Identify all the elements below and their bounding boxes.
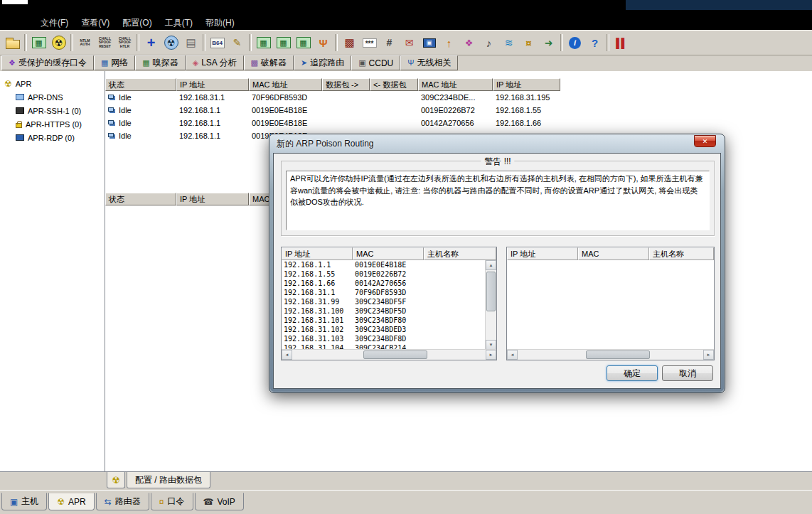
table-row[interactable]: Idle 192.168.31.1 70F96DF8593D 309C234BD… <box>105 91 667 104</box>
antenna-icon[interactable]: Ψ <box>314 33 333 53</box>
add-to-list-icon[interactable]: + <box>141 33 161 53</box>
footer-tab-config-routed-packets[interactable]: 配置 / 路由数据包 <box>127 472 210 488</box>
tab-ccdu[interactable]: ▣CCDU <box>351 55 400 70</box>
column-header-hostname[interactable]: 主机名称 <box>424 247 496 260</box>
apr-blue-icon[interactable]: ☢ <box>161 33 181 53</box>
right-host-list[interactable]: IP 地址 MAC 主机名称 ◄ ► <box>506 247 715 360</box>
list-item[interactable]: 192.168.1.10019E0E4B18E <box>282 260 496 269</box>
list-item[interactable]: 192.168.31.100309C234BDF5D <box>282 306 496 316</box>
cancel-button[interactable]: 取消 <box>662 365 713 381</box>
scroll-down-button[interactable]: ▼ <box>486 340 496 350</box>
columns-icon[interactable]: ▌▌ <box>611 33 631 53</box>
tab-sniffer[interactable]: ▦嗅探器 <box>135 55 185 70</box>
column-header-mac[interactable]: MAC <box>578 247 649 260</box>
dialog-titlebar[interactable]: 新的 ARP Poison Routing ✕ <box>269 134 725 153</box>
bottom-tab-voip[interactable]: ☎VoIP <box>195 493 244 510</box>
remote-desktop-icon[interactable]: ▣ <box>420 33 439 53</box>
help-icon[interactable]: ? <box>585 33 604 53</box>
spoof-note-icon[interactable]: ✎ <box>228 33 247 53</box>
scroll-left-button[interactable]: ◄ <box>282 350 292 360</box>
list-item[interactable]: 192.168.31.101309C234BDF80 <box>282 316 496 325</box>
securid-icon[interactable]: ▩ <box>340 33 359 53</box>
ok-button[interactable]: 确定 <box>607 365 658 381</box>
wireless-scan-icon[interactable]: ≋ <box>499 33 518 53</box>
tab-network[interactable]: ▦网络 <box>94 55 135 70</box>
menu-view[interactable]: 查看(V) <box>75 16 116 31</box>
bottom-tab-apr[interactable]: ☢APR <box>48 493 94 510</box>
bottom-tab-passwords[interactable]: ¤口令 <box>151 493 193 510</box>
tree-item-apr-dns[interactable]: APR-DNS <box>0 90 105 104</box>
bottom-tab-hosts[interactable]: ▣主机 <box>1 493 47 510</box>
tab-traceroute[interactable]: ➤追踪路由 <box>294 55 351 70</box>
column-header-ip[interactable]: IP 地址 <box>176 193 249 205</box>
menu-tools[interactable]: 工具(T) <box>159 16 199 31</box>
chall-spoof-reset-icon[interactable]: CHALL SPOOF RESET <box>95 33 114 53</box>
menu-file[interactable]: 文件(F) <box>34 16 75 31</box>
net-adapter-2-icon[interactable]: ▦ <box>274 33 293 53</box>
column-header-ip[interactable]: IP 地址 <box>282 247 353 260</box>
column-header-status[interactable]: 状态 <box>105 78 176 91</box>
start-apr-icon[interactable]: ☢ <box>49 33 68 53</box>
start-sniffer-icon[interactable]: ▦ <box>29 33 48 53</box>
tab-protected-storage[interactable]: ❖受保护的缓存口令 <box>1 55 94 70</box>
horizontal-scrollbar[interactable]: ◄ ► <box>282 349 496 360</box>
column-header-ip2[interactable]: IP 地址 <box>493 78 560 91</box>
column-header-mac[interactable]: MAC <box>353 247 424 260</box>
menu-help[interactable]: 帮助(H) <box>199 16 241 31</box>
tab-wireless[interactable]: Ψ无线相关 <box>400 55 458 70</box>
password-filter-icon[interactable]: *** <box>360 33 379 53</box>
ntlm-auth-icon[interactable]: NTLM AUTH <box>75 33 95 53</box>
scrollbar-thumb[interactable] <box>363 350 427 359</box>
scroll-left-button[interactable]: ◄ <box>507 350 518 360</box>
scrollbar-thumb[interactable] <box>586 350 650 359</box>
passwords-key-icon: ¤ <box>159 498 164 506</box>
tab-cracker[interactable]: ▩破解器 <box>244 55 294 70</box>
vertical-scrollbar[interactable]: ▲ ▼ <box>485 260 496 350</box>
column-header-hostname[interactable]: 主机名称 <box>649 247 714 260</box>
horizontal-scrollbar[interactable]: ◄ ► <box>507 349 714 360</box>
gift-icon[interactable]: ❖ <box>459 33 479 53</box>
base64-icon[interactable]: B64 <box>208 33 227 53</box>
scroll-up-button[interactable]: ▲ <box>486 260 496 270</box>
upload-icon[interactable]: ↑ <box>439 33 459 53</box>
tab-lsa-secrets[interactable]: ◈LSA 分析 <box>186 55 244 70</box>
info-icon[interactable]: i <box>565 33 584 53</box>
exit-icon[interactable]: ➜ <box>539 33 558 53</box>
list-item[interactable]: 192.168.31.170F96DF8593D <box>282 288 496 297</box>
scroll-right-button[interactable]: ► <box>486 350 496 360</box>
tree-item-apr-https[interactable]: APR-HTTPS (0) <box>0 117 105 131</box>
table-row[interactable]: Idle 192.168.1.1 0019E0E4B18E 00142A2706… <box>105 117 667 129</box>
list-item[interactable]: 192.168.31.102309C234BDED3 <box>282 325 496 334</box>
column-header-ip1[interactable]: IP 地址 <box>176 78 249 91</box>
column-header-packets-out[interactable]: 数据包 -> <box>322 78 370 91</box>
hash-calc-icon[interactable]: # <box>380 33 399 53</box>
list-item[interactable]: 192.168.31.99309C234BDF5F <box>282 297 496 306</box>
tree-item-apr-rdp[interactable]: APR-RDP (0) <box>0 131 105 144</box>
column-header-mac1[interactable]: MAC 地址 <box>249 78 322 91</box>
column-header-packets-in[interactable]: <- 数据包 <box>370 78 418 91</box>
left-host-list[interactable]: IP 地址 MAC 主机名称 192.168.1.10019E0E4B18E 1… <box>281 247 497 360</box>
speaker-icon[interactable]: ♪ <box>479 33 498 53</box>
scrollbar-thumb[interactable] <box>486 272 496 311</box>
apr-footer-icon-tab[interactable]: ☢ <box>107 472 125 488</box>
mail-icon[interactable]: ✉ <box>400 33 419 53</box>
table-row[interactable]: Idle 192.168.1.1 0019E0E4B18E 0019E0226B… <box>105 104 667 117</box>
key-icon[interactable]: ¤ <box>519 33 538 53</box>
menu-configure[interactable]: 配置(O) <box>116 16 158 31</box>
list-item[interactable]: 192.168.31.103309C234BDF8D <box>282 334 496 343</box>
column-header-status[interactable]: 状态 <box>105 193 176 205</box>
column-header-mac2[interactable]: MAC 地址 <box>418 78 493 91</box>
chall-spoof-htlr-icon[interactable]: CHALL SPOOF HTLR <box>115 33 134 53</box>
tree-item-apr-ssh[interactable]: APR-SSH-1 (0) <box>0 104 105 117</box>
open-folder-icon[interactable] <box>3 33 22 53</box>
close-button[interactable]: ✕ <box>694 135 716 147</box>
net-adapter-3-icon[interactable]: ▦ <box>294 33 313 53</box>
scroll-right-button[interactable]: ► <box>703 350 714 360</box>
revert-icon[interactable]: ▤ <box>181 33 201 53</box>
column-header-ip[interactable]: IP 地址 <box>507 247 578 260</box>
net-adapter-1-icon[interactable]: ▦ <box>254 33 273 53</box>
bottom-tab-routing[interactable]: ⇆路由器 <box>96 493 149 510</box>
tree-item-apr-root[interactable]: ☢ APR <box>0 77 105 90</box>
list-item[interactable]: 192.168.1.6600142A270656 <box>282 279 496 288</box>
list-item[interactable]: 192.168.1.550019E0226B72 <box>282 269 496 279</box>
